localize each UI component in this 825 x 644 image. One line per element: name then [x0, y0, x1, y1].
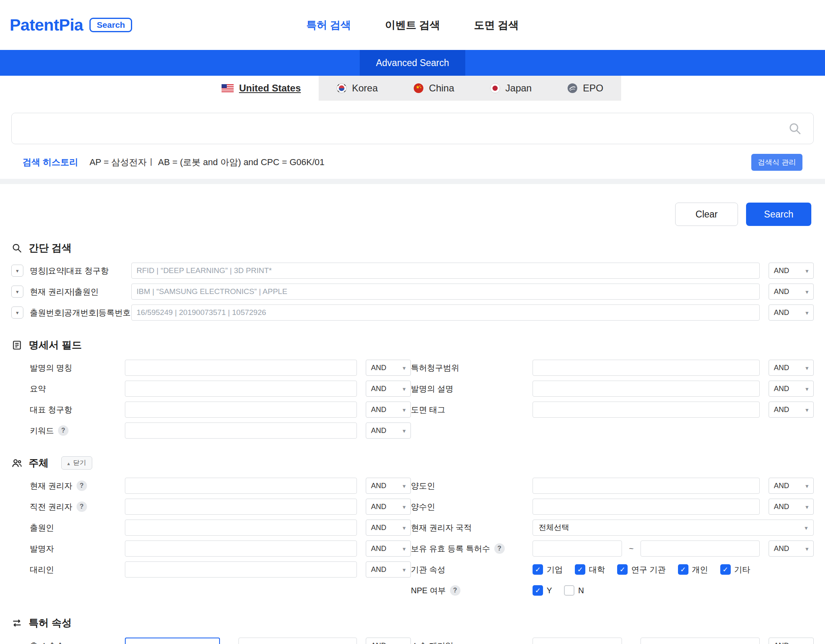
boolean-operator-select[interactable]: AND	[769, 381, 814, 397]
boolean-operator-select[interactable]: AND	[769, 540, 814, 557]
org-type-individual[interactable]: 개인	[678, 564, 708, 575]
country-tab-korea[interactable]: Korea	[319, 76, 396, 101]
npe-no[interactable]: N	[564, 585, 584, 596]
country-tab-japan[interactable]: Japan	[472, 76, 549, 101]
field-label: 소송 제기일	[411, 640, 533, 644]
boolean-operator-select[interactable]: AND	[366, 561, 411, 578]
npe-yes[interactable]: Y	[533, 585, 552, 596]
range-separator: ~	[220, 641, 238, 644]
org-type-other[interactable]: 기타	[720, 564, 750, 575]
boolean-operator-select[interactable]: AND	[366, 381, 411, 397]
clear-button[interactable]: Clear	[675, 203, 738, 226]
search-button[interactable]: Search	[746, 203, 811, 226]
field-dropdown-button[interactable]	[11, 286, 23, 298]
org-type-research-institute[interactable]: 연구 기관	[617, 564, 666, 575]
field-label: 보유 유효 등록 특허수	[411, 543, 533, 554]
form-row: 현재 권리자|출원인 AND	[11, 281, 814, 302]
field-label: NPE 여부	[411, 585, 533, 596]
nav-event-search[interactable]: 이벤트 검색	[385, 18, 440, 32]
boolean-operator-select[interactable]: AND	[769, 304, 814, 321]
us-flag-icon	[222, 84, 234, 92]
checkbox-checked-icon[interactable]	[533, 564, 543, 575]
logo[interactable]: PatentPia Search	[10, 16, 132, 35]
form-row: 직전 권리자 AND	[11, 496, 411, 517]
boolean-operator-select[interactable]: AND	[769, 263, 814, 279]
invention-title-input[interactable]	[125, 360, 357, 376]
assignee-applicant-input[interactable]	[131, 284, 760, 300]
search-icon[interactable]	[786, 120, 804, 137]
boolean-operator-select[interactable]: AND	[366, 422, 411, 439]
nationality-select[interactable]: 전체선택	[533, 520, 814, 536]
country-tab-label: United States	[239, 83, 301, 94]
org-type-corporation[interactable]: 기업	[533, 564, 563, 575]
boolean-operator-select[interactable]: AND	[366, 478, 411, 494]
boolean-operator-select[interactable]: AND	[366, 402, 411, 418]
valid-patent-count-from-input[interactable]	[533, 540, 622, 557]
country-tab-china[interactable]: ★★★ China	[396, 76, 472, 101]
boolean-operator-select[interactable]: AND	[769, 284, 814, 300]
previous-assignee-input[interactable]	[125, 499, 357, 515]
field-dropdown-button[interactable]	[11, 265, 23, 277]
applicant-input[interactable]	[125, 520, 357, 536]
boolean-operator-select[interactable]: AND	[769, 638, 814, 644]
search-history-link[interactable]: 검색 히스토리	[23, 156, 78, 168]
boolean-operator-select[interactable]: AND	[366, 499, 411, 515]
keyword-input[interactable]	[125, 422, 357, 439]
boolean-operator-select[interactable]: AND	[769, 499, 814, 515]
boolean-operator-select[interactable]: AND	[769, 360, 814, 376]
checkbox-checked-icon[interactable]	[533, 585, 543, 596]
claims-input[interactable]	[533, 360, 760, 376]
representative-claim-input[interactable]	[125, 402, 357, 418]
field-dropdown-button[interactable]	[11, 306, 23, 319]
country-tab-epo[interactable]: EPO	[549, 76, 621, 101]
search-history-query[interactable]: AP = 삼성전자ㅣ AB = (로봇 and 아암) and CPC = G0…	[89, 156, 324, 168]
collapse-section-button[interactable]: 닫기	[61, 456, 92, 470]
field-label: 출원인	[11, 522, 125, 533]
help-icon[interactable]	[58, 425, 68, 436]
advanced-search-bar: Advanced Search	[0, 50, 825, 76]
total-litigation-from-input[interactable]	[125, 638, 220, 644]
boolean-operator-select[interactable]: AND	[769, 402, 814, 418]
field-label: 명칭|요약|대표 청구항	[30, 265, 131, 276]
checkbox-unchecked-icon[interactable]	[564, 585, 574, 596]
application-number-input[interactable]	[131, 304, 760, 321]
drawing-tag-input[interactable]	[533, 402, 760, 418]
nav-drawing-search[interactable]: 도면 검색	[474, 18, 519, 32]
chevron-down-icon	[402, 427, 406, 435]
litigation-date-from-input[interactable]	[533, 638, 622, 644]
country-tab-united-states[interactable]: United States	[204, 76, 318, 101]
org-type-university[interactable]: 대학	[575, 564, 605, 575]
abstract-input[interactable]	[125, 381, 357, 397]
checkbox-checked-icon[interactable]	[678, 564, 688, 575]
assignor-input[interactable]	[533, 478, 760, 494]
help-icon[interactable]	[77, 501, 87, 512]
help-icon[interactable]	[450, 585, 460, 596]
checkbox-checked-icon[interactable]	[575, 564, 585, 575]
title-abstract-claim-input[interactable]	[131, 263, 760, 279]
description-input[interactable]	[533, 381, 760, 397]
field-label: 발명의 명칭	[11, 362, 125, 373]
boolean-operator-select[interactable]: AND	[366, 360, 411, 376]
checkbox-checked-icon[interactable]	[720, 564, 731, 575]
total-litigation-to-input[interactable]	[238, 638, 357, 644]
chevron-down-icon	[805, 406, 808, 414]
litigation-date-to-input[interactable]	[641, 638, 760, 644]
advanced-search-tab[interactable]: Advanced Search	[360, 50, 465, 76]
help-icon[interactable]	[494, 543, 505, 554]
boolean-operator-select[interactable]: AND	[366, 520, 411, 536]
manage-queries-button[interactable]: 검색식 관리	[751, 154, 802, 171]
nav-patent-search[interactable]: 특허 검색	[306, 18, 351, 32]
main-search-input[interactable]	[12, 113, 813, 144]
country-tab-row: United States Korea ★★★ China Japan EPO	[0, 76, 825, 101]
boolean-operator-select[interactable]: AND	[366, 638, 411, 644]
assignee-input[interactable]	[533, 499, 760, 515]
boolean-operator-select[interactable]: AND	[366, 540, 411, 557]
current-assignee-input[interactable]	[125, 478, 357, 494]
inventor-input[interactable]	[125, 540, 357, 557]
valid-patent-count-to-input[interactable]	[641, 540, 760, 557]
chevron-down-icon	[805, 364, 808, 372]
checkbox-checked-icon[interactable]	[617, 564, 628, 575]
attorney-input[interactable]	[125, 561, 357, 578]
help-icon[interactable]	[77, 480, 87, 491]
boolean-operator-select[interactable]: AND	[769, 478, 814, 494]
